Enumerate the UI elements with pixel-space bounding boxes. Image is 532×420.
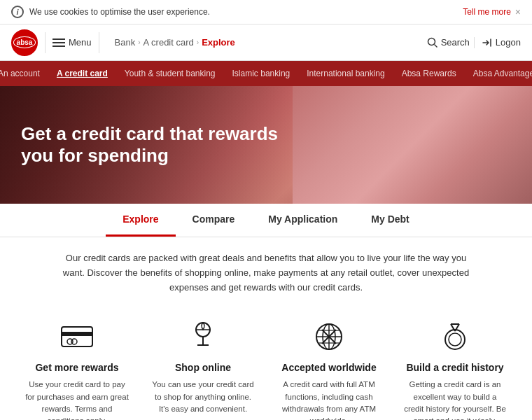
tabs-row: Explore Compare My Application My Debt [0,204,532,237]
description-text: Our credit cards are packed with great d… [0,237,532,306]
nav-right: Search Logon [427,37,521,48]
feature-history-title: Build a credit history [403,362,507,373]
svg-rect-2 [62,327,92,346]
feature-online-title: Shop online [151,362,255,373]
nav-an-account[interactable]: An account [0,69,40,78]
feature-rewards-desc: Use your credit card to pay for purchase… [25,379,129,420]
tab-compare[interactable]: Compare [176,204,252,237]
cookie-bar: i We use cookies to optimise the user ex… [0,0,532,24]
medal-icon [437,318,473,355]
tab-my-debt[interactable]: My Debt [354,204,426,237]
logon-label: Logon [496,37,521,48]
nav-international[interactable]: International banking [307,69,384,78]
feature-online: Shop online You can use your credit card… [140,313,266,420]
nav-a-credit-card[interactable]: A credit card [57,69,108,78]
breadcrumb-arrow-1: › [138,38,140,46]
cookie-actions: Tell me more × [463,6,521,18]
hero-title: Get a credit card that rewards you for s… [21,123,301,167]
feature-online-desc: You can use your credit card to shop for… [151,379,255,415]
feature-rewards-title: Get more rewards [25,362,129,373]
nav-divider-2 [99,32,99,53]
cookie-message-area: i We use cookies to optimise the user ex… [11,6,210,18]
svg-point-0 [428,38,435,45]
tell-more-link[interactable]: Tell me more [463,7,511,17]
svg-point-19 [449,333,461,346]
hero-image [293,86,532,204]
credit-card-icon [59,318,95,355]
top-nav: absa Menu Bank › A credit card › Explore… [0,24,532,61]
feature-worldwide-title: Accepted worldwide [277,362,381,373]
search-label: Search [441,37,470,48]
close-cookie-button[interactable]: × [515,6,521,18]
breadcrumb-credit-card[interactable]: A credit card [144,37,194,48]
hero-text-area: Get a credit card that rewards you for s… [0,123,322,167]
feature-rewards: Get more rewards Use your credit card to… [14,313,140,420]
cookie-message: We use cookies to optimise the user expe… [29,7,210,17]
feature-worldwide: Accepted worldwide A credit card with fu… [266,313,392,420]
nav-divider-1 [45,32,46,53]
breadcrumb-arrow-2: › [197,38,199,46]
shop-online-icon [185,318,221,355]
nav-absa-rewards[interactable]: Absa Rewards [402,69,456,78]
secondary-nav: An account A credit card Youth & student… [0,61,532,86]
nav-absa-advantage[interactable]: Absa Advantage [473,69,532,78]
hero-banner: Get a credit card that rewards you for s… [0,86,532,204]
logo-inner: absa [13,36,36,48]
feature-history-desc: Getting a credit card is an excellent wa… [403,379,507,420]
search-icon [427,37,438,48]
hamburger-icon [52,38,65,47]
nav-islamic[interactable]: Islamic banking [232,69,290,78]
svg-rect-3 [62,332,92,336]
feature-history: Build a credit history Getting a credit … [392,313,518,420]
breadcrumb-bank[interactable]: Bank [115,37,136,48]
info-icon: i [11,6,24,18]
svg-point-5 [71,339,77,344]
svg-point-18 [445,330,465,349]
absa-logo[interactable]: absa [11,29,38,56]
tab-my-application[interactable]: My Application [251,204,354,237]
nav-youth-student[interactable]: Youth & student banking [125,69,216,78]
feature-worldwide-desc: A credit card with full ATM functions, i… [277,379,381,420]
search-button[interactable]: Search [427,37,470,48]
logon-button[interactable]: Logon [474,37,521,48]
tab-explore[interactable]: Explore [106,204,175,237]
svg-line-1 [434,44,437,47]
breadcrumb: Bank › A credit card › Explore [115,37,235,48]
globe-icon [311,318,347,355]
logon-icon [482,37,493,48]
breadcrumb-explore: Explore [202,37,235,48]
menu-button[interactable]: Menu [52,37,92,48]
features-section: Get more rewards Use your credit card to… [0,306,532,420]
